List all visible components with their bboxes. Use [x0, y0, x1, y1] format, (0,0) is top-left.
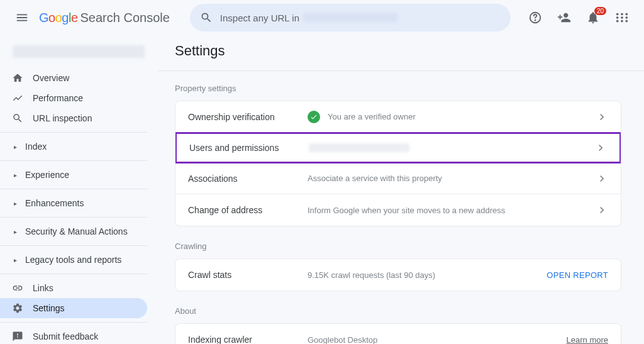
row-crawl-stats[interactable]: Crawl stats 9.15K crawl requests (last 9… [175, 259, 621, 291]
sidebar-item-label: Performance [33, 93, 83, 103]
caret-right-icon: ▸ [11, 228, 19, 235]
row-value: 9.15K crawl requests (last 90 days) [308, 270, 547, 280]
row-label: Associations [188, 174, 308, 184]
sidebar: Overview Performance URL inspection ▸ In… [0, 35, 157, 344]
divider [0, 189, 147, 189]
apps-button[interactable] [610, 6, 634, 30]
notification-badge: 20 [594, 7, 606, 15]
sidebar-item-links[interactable]: Links [0, 278, 147, 298]
chart-icon [11, 92, 24, 104]
row-label: Change of address [188, 205, 308, 215]
chevron-right-icon [594, 141, 607, 154]
sidebar-item-label: Settings [33, 303, 65, 313]
about-card: Indexing crawler Googlebot Desktop Learn… [175, 323, 621, 344]
notifications-button[interactable]: 20 [581, 6, 605, 30]
menu-button[interactable] [10, 6, 34, 30]
verified-check-icon [308, 111, 320, 123]
row-label: Users and permissions [189, 143, 309, 153]
search-icon [11, 113, 24, 124]
sidebar-item-settings[interactable]: Settings [0, 298, 147, 318]
svg-point-1 [535, 20, 536, 21]
person-add-icon [557, 11, 571, 25]
sidebar-group-enhancements[interactable]: ▸ Enhancements [0, 193, 147, 213]
caret-right-icon: ▸ [11, 200, 19, 207]
divider [0, 160, 147, 161]
row-value [309, 143, 594, 152]
sidebar-item-label: Links [33, 283, 53, 293]
apps-grid-icon [615, 11, 629, 25]
google-wordmark: Google [39, 11, 78, 25]
sidebar-group-label: Index [25, 141, 47, 152]
row-ownership-verification[interactable]: Ownership verification You are a verifie… [175, 101, 621, 133]
divider [157, 70, 644, 71]
section-label-property: Property settings [175, 84, 621, 93]
search-placeholder-text: Inspect any URL in [220, 13, 299, 23]
divider [0, 132, 147, 133]
caret-right-icon: ▸ [11, 257, 19, 264]
chevron-right-icon [596, 172, 608, 185]
users-button[interactable] [552, 6, 576, 30]
row-value: Associate a service with this property [308, 174, 596, 183]
help-icon [528, 11, 542, 25]
hamburger-icon [15, 11, 29, 25]
sidebar-item-feedback[interactable]: Submit feedback [0, 326, 147, 344]
sidebar-item-overview[interactable]: Overview [0, 68, 147, 88]
divider [0, 245, 147, 246]
sidebar-item-label: URL inspection [33, 113, 92, 123]
url-inspect-search[interactable]: Inspect any URL in [190, 4, 511, 31]
row-associations[interactable]: Associations Associate a service with th… [175, 163, 621, 194]
row-indexing-crawler[interactable]: Indexing crawler Googlebot Desktop Learn… [175, 324, 621, 344]
row-label: Ownership verification [188, 112, 308, 122]
row-value: Inform Google when your site moves to a … [308, 206, 596, 215]
open-report-button[interactable]: OPEN REPORT [547, 270, 608, 280]
sidebar-item-label: Overview [33, 73, 69, 83]
row-value: You are a verified owner [308, 111, 596, 123]
sidebar-item-url-inspection[interactable]: URL inspection [0, 108, 147, 128]
property-settings-card: Ownership verification You are a verifie… [175, 101, 621, 226]
home-icon [11, 72, 24, 84]
product-name: Search Console [80, 11, 170, 25]
main-content: Settings Property settings Ownership ver… [157, 35, 644, 344]
redacted-property [303, 13, 397, 22]
link-icon [11, 282, 24, 294]
page-title: Settings [175, 43, 621, 59]
row-change-address[interactable]: Change of address Inform Google when you… [175, 194, 621, 226]
property-selector[interactable] [13, 45, 145, 58]
sidebar-item-label: Submit feedback [33, 331, 98, 341]
sidebar-group-label: Experience [25, 170, 69, 180]
sidebar-group-experience[interactable]: ▸ Experience [0, 165, 147, 185]
caret-right-icon: ▸ [11, 143, 19, 150]
sidebar-group-label: Security & Manual Actions [25, 226, 128, 236]
caret-right-icon: ▸ [11, 172, 19, 179]
product-logo[interactable]: Google Search Console [39, 11, 170, 25]
crawling-card: Crawl stats 9.15K crawl requests (last 9… [175, 258, 621, 291]
divider [0, 217, 147, 218]
app-header: Google Search Console Inspect any URL in… [0, 0, 644, 35]
row-value: Googlebot Desktop [308, 335, 567, 345]
help-button[interactable] [523, 6, 547, 30]
divider [0, 274, 147, 274]
sidebar-group-legacy[interactable]: ▸ Legacy tools and reports [0, 250, 147, 270]
section-label-about: About [175, 306, 621, 316]
section-label-crawling: Crawling [175, 241, 621, 251]
sidebar-group-label: Legacy tools and reports [25, 255, 121, 265]
search-icon [200, 11, 213, 24]
sidebar-group-index[interactable]: ▸ Index [0, 136, 147, 157]
divider [0, 322, 147, 323]
row-label: Crawl stats [188, 270, 308, 280]
row-label: Indexing crawler [188, 335, 308, 344]
chevron-right-icon [596, 204, 608, 216]
feedback-icon [11, 331, 24, 342]
gear-icon [11, 302, 24, 314]
sidebar-item-performance[interactable]: Performance [0, 88, 147, 108]
redacted-value [309, 143, 409, 152]
sidebar-group-label: Enhancements [25, 198, 84, 208]
learn-more-link[interactable]: Learn more [567, 335, 608, 345]
chevron-right-icon [596, 111, 608, 123]
row-users-permissions[interactable]: Users and permissions [175, 132, 621, 164]
sidebar-group-security[interactable]: ▸ Security & Manual Actions [0, 221, 147, 241]
